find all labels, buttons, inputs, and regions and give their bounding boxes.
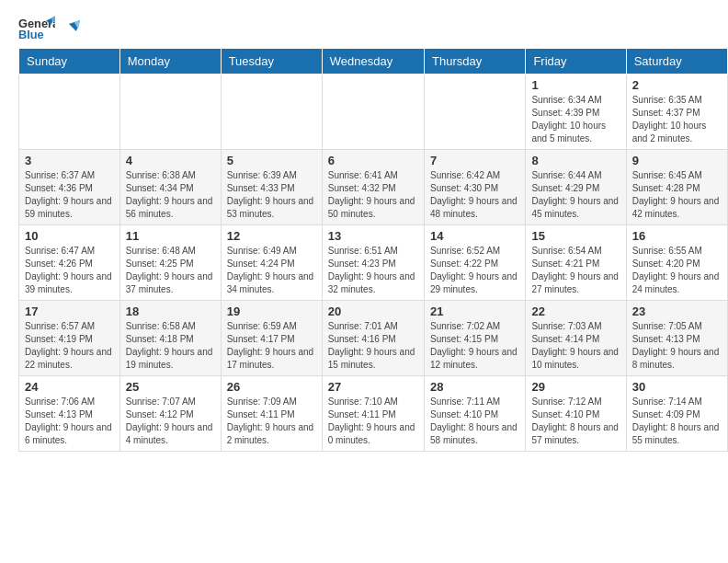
calendar-week-row: 1Sunrise: 6:34 AM Sunset: 4:39 PM Daylig…	[19, 75, 728, 150]
day-info: Sunrise: 6:34 AM Sunset: 4:39 PM Dayligh…	[531, 94, 620, 145]
calendar-cell: 3Sunrise: 6:37 AM Sunset: 4:36 PM Daylig…	[19, 150, 120, 225]
day-info: Sunrise: 6:45 AM Sunset: 4:28 PM Dayligh…	[632, 169, 722, 221]
day-info: Sunrise: 6:42 AM Sunset: 4:30 PM Dayligh…	[430, 169, 519, 221]
day-number: 24	[25, 380, 114, 394]
day-info: Sunrise: 6:54 AM Sunset: 4:21 PM Dayligh…	[531, 245, 620, 296]
calendar-cell: 19Sunrise: 6:59 AM Sunset: 4:17 PM Dayli…	[221, 301, 322, 376]
day-info: Sunrise: 6:44 AM Sunset: 4:29 PM Dayligh…	[531, 169, 620, 221]
day-info: Sunrise: 7:01 AM Sunset: 4:16 PM Dayligh…	[328, 320, 418, 372]
calendar-week-row: 24Sunrise: 7:06 AM Sunset: 4:13 PM Dayli…	[19, 376, 728, 452]
header-cell: Friday	[526, 49, 626, 75]
calendar-cell: 27Sunrise: 7:10 AM Sunset: 4:11 PM Dayli…	[322, 376, 424, 452]
day-info: Sunrise: 7:12 AM Sunset: 4:10 PM Dayligh…	[531, 396, 620, 447]
calendar-wrapper: SundayMondayTuesdayWednesdayThursdayFrid…	[0, 48, 728, 461]
day-info: Sunrise: 7:14 AM Sunset: 4:09 PM Dayligh…	[632, 396, 722, 447]
calendar-cell: 25Sunrise: 7:07 AM Sunset: 4:12 PM Dayli…	[119, 376, 221, 452]
calendar-cell: 15Sunrise: 6:54 AM Sunset: 4:21 PM Dayli…	[526, 225, 626, 301]
day-info: Sunrise: 6:47 AM Sunset: 4:26 PM Dayligh…	[25, 245, 114, 296]
day-number: 20	[328, 304, 418, 318]
day-number: 1	[531, 78, 620, 92]
day-number: 7	[430, 154, 519, 167]
calendar-week-row: 17Sunrise: 6:57 AM Sunset: 4:19 PM Dayli…	[19, 301, 728, 376]
calendar-cell: 26Sunrise: 7:09 AM Sunset: 4:11 PM Dayli…	[221, 376, 322, 452]
calendar-cell	[221, 75, 322, 150]
day-number: 9	[632, 154, 722, 167]
day-number: 17	[25, 304, 114, 318]
day-number: 8	[531, 154, 620, 167]
day-number: 12	[227, 229, 316, 243]
header-cell: Sunday	[19, 49, 120, 75]
calendar-week-row: 3Sunrise: 6:37 AM Sunset: 4:36 PM Daylig…	[19, 150, 728, 225]
day-info: Sunrise: 7:06 AM Sunset: 4:13 PM Dayligh…	[25, 396, 114, 447]
calendar-cell	[19, 75, 120, 150]
day-info: Sunrise: 7:07 AM Sunset: 4:12 PM Dayligh…	[126, 396, 215, 447]
day-info: Sunrise: 6:51 AM Sunset: 4:23 PM Dayligh…	[328, 245, 418, 296]
day-info: Sunrise: 7:05 AM Sunset: 4:13 PM Dayligh…	[632, 320, 722, 372]
day-info: Sunrise: 7:03 AM Sunset: 4:14 PM Dayligh…	[531, 320, 620, 372]
calendar-cell: 13Sunrise: 6:51 AM Sunset: 4:23 PM Dayli…	[322, 225, 424, 301]
day-number: 5	[227, 154, 316, 167]
header-cell: Wednesday	[322, 49, 424, 75]
day-info: Sunrise: 6:39 AM Sunset: 4:33 PM Dayligh…	[227, 169, 316, 221]
calendar-table: SundayMondayTuesdayWednesdayThursdayFrid…	[18, 48, 728, 452]
day-info: Sunrise: 6:35 AM Sunset: 4:37 PM Dayligh…	[632, 94, 722, 145]
calendar-cell: 17Sunrise: 6:57 AM Sunset: 4:19 PM Dayli…	[19, 301, 120, 376]
calendar-cell: 1Sunrise: 6:34 AM Sunset: 4:39 PM Daylig…	[526, 75, 626, 150]
day-number: 10	[25, 229, 114, 243]
header-cell: Tuesday	[221, 49, 322, 75]
day-info: Sunrise: 6:57 AM Sunset: 4:19 PM Dayligh…	[25, 320, 114, 372]
calendar-cell: 23Sunrise: 7:05 AM Sunset: 4:13 PM Dayli…	[626, 301, 727, 376]
day-info: Sunrise: 6:52 AM Sunset: 4:22 PM Dayligh…	[430, 245, 519, 296]
calendar-cell: 16Sunrise: 6:55 AM Sunset: 4:20 PM Dayli…	[626, 225, 727, 301]
calendar-cell: 28Sunrise: 7:11 AM Sunset: 4:10 PM Dayli…	[425, 376, 526, 452]
calendar-cell: 7Sunrise: 6:42 AM Sunset: 4:30 PM Daylig…	[425, 150, 526, 225]
day-number: 30	[632, 380, 722, 394]
header-row: SundayMondayTuesdayWednesdayThursdayFrid…	[19, 49, 728, 75]
header-cell: Saturday	[626, 49, 727, 75]
day-info: Sunrise: 6:58 AM Sunset: 4:18 PM Dayligh…	[126, 320, 215, 372]
day-number: 15	[531, 229, 620, 243]
day-number: 21	[430, 304, 519, 318]
calendar-cell: 20Sunrise: 7:01 AM Sunset: 4:16 PM Dayli…	[322, 301, 424, 376]
day-info: Sunrise: 7:09 AM Sunset: 4:11 PM Dayligh…	[227, 396, 316, 447]
day-info: Sunrise: 7:11 AM Sunset: 4:10 PM Dayligh…	[430, 396, 519, 447]
day-info: Sunrise: 6:55 AM Sunset: 4:20 PM Dayligh…	[632, 245, 722, 296]
calendar-cell: 21Sunrise: 7:02 AM Sunset: 4:15 PM Dayli…	[425, 301, 526, 376]
day-number: 26	[227, 380, 316, 394]
day-number: 22	[531, 304, 620, 318]
day-number: 16	[632, 229, 722, 243]
calendar-cell: 10Sunrise: 6:47 AM Sunset: 4:26 PM Dayli…	[19, 225, 120, 301]
day-number: 14	[430, 229, 519, 243]
day-number: 11	[126, 229, 215, 243]
header-cell: Monday	[119, 49, 221, 75]
day-number: 27	[328, 380, 418, 394]
calendar-cell: 5Sunrise: 6:39 AM Sunset: 4:33 PM Daylig…	[221, 150, 322, 225]
svg-text:Blue: Blue	[18, 28, 44, 40]
calendar-cell	[425, 75, 526, 150]
logo-bird-icon: General Blue	[18, 15, 55, 40]
day-info: Sunrise: 7:10 AM Sunset: 4:11 PM Dayligh…	[328, 396, 418, 447]
day-info: Sunrise: 6:59 AM Sunset: 4:17 PM Dayligh…	[227, 320, 316, 372]
calendar-cell	[322, 75, 424, 150]
calendar-body: 1Sunrise: 6:34 AM Sunset: 4:39 PM Daylig…	[19, 75, 728, 452]
day-number: 13	[328, 229, 418, 243]
day-number: 19	[227, 304, 316, 318]
calendar-cell: 9Sunrise: 6:45 AM Sunset: 4:28 PM Daylig…	[626, 150, 727, 225]
calendar-cell: 18Sunrise: 6:58 AM Sunset: 4:18 PM Dayli…	[119, 301, 221, 376]
day-info: Sunrise: 6:49 AM Sunset: 4:24 PM Dayligh…	[227, 245, 316, 296]
day-number: 4	[126, 154, 215, 167]
day-info: Sunrise: 6:37 AM Sunset: 4:36 PM Dayligh…	[25, 169, 114, 221]
calendar-cell: 6Sunrise: 6:41 AM Sunset: 4:32 PM Daylig…	[322, 150, 424, 225]
calendar-cell: 24Sunrise: 7:06 AM Sunset: 4:13 PM Dayli…	[19, 376, 120, 452]
calendar-cell	[119, 75, 221, 150]
day-number: 29	[531, 380, 620, 394]
logo: General Blue	[18, 15, 80, 40]
calendar-week-row: 10Sunrise: 6:47 AM Sunset: 4:26 PM Dayli…	[19, 225, 728, 301]
day-number: 23	[632, 304, 722, 318]
day-number: 25	[126, 380, 215, 394]
day-number: 18	[126, 304, 215, 318]
header-cell: Thursday	[425, 49, 526, 75]
calendar-cell: 29Sunrise: 7:12 AM Sunset: 4:10 PM Dayli…	[526, 376, 626, 452]
calendar-header: SundayMondayTuesdayWednesdayThursdayFrid…	[19, 49, 728, 75]
calendar-cell: 11Sunrise: 6:48 AM Sunset: 4:25 PM Dayli…	[119, 225, 221, 301]
